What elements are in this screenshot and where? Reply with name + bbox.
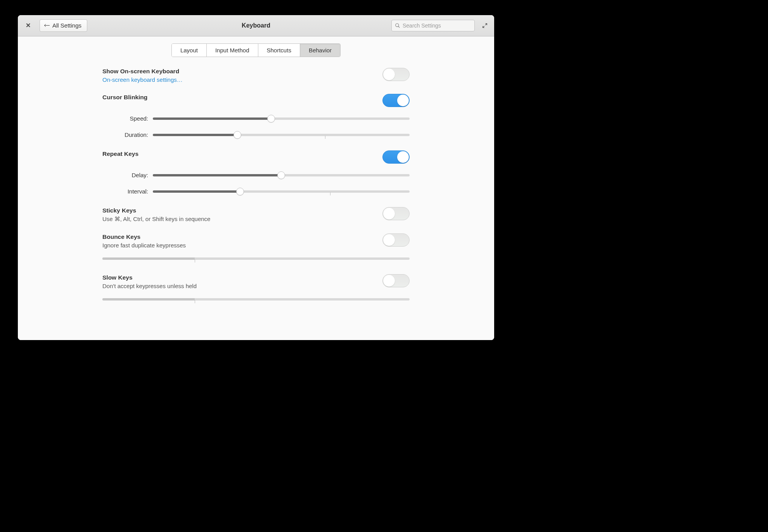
sticky-keys-sub: Use ⌘, Alt, Ctrl, or Shift keys in seque…	[102, 216, 382, 223]
repeat-interval-label: Interval:	[102, 188, 153, 195]
back-arrow-icon: 🡐	[44, 22, 50, 29]
back-button-label: All Settings	[52, 22, 81, 29]
cursor-blinking-toggle[interactable]	[382, 94, 410, 107]
close-icon: ✕	[26, 22, 31, 29]
tab-bar: Layout Input Method Shortcuts Behavior	[18, 43, 494, 57]
repeat-keys-title: Repeat Keys	[102, 150, 382, 157]
svg-line-2	[485, 23, 487, 25]
slow-keys-title: Slow Keys	[102, 274, 382, 281]
tab-input-method[interactable]: Input Method	[207, 44, 258, 57]
section-bounce-keys: Bounce Keys Ignore fast duplicate keypre…	[102, 233, 410, 263]
section-slow-keys: Slow Keys Don't accept keypresses unless…	[102, 274, 410, 304]
onscreen-keyboard-settings-link[interactable]: On-screen keyboard settings…	[102, 76, 382, 83]
tab-behavior[interactable]: Behavior	[300, 44, 340, 57]
search-field-wrapper[interactable]	[391, 20, 475, 31]
slow-keys-sub: Don't accept keypresses unless held	[102, 283, 382, 289]
cursor-duration-slider[interactable]	[153, 130, 410, 140]
page-title: Keyboard	[242, 22, 270, 29]
repeat-delay-label: Delay:	[102, 172, 153, 178]
bounce-keys-slider-row	[102, 254, 410, 263]
sticky-keys-title: Sticky Keys	[102, 207, 382, 214]
tab-shortcuts[interactable]: Shortcuts	[258, 44, 300, 57]
search-input[interactable]	[403, 22, 471, 29]
bounce-keys-sub: Ignore fast duplicate keypresses	[102, 242, 382, 249]
cursor-blinking-title: Cursor Blinking	[102, 94, 382, 101]
slow-keys-slider-row	[102, 295, 410, 304]
tab-group: Layout Input Method Shortcuts Behavior	[171, 43, 341, 57]
svg-line-3	[483, 26, 484, 28]
cursor-speed-label: Speed:	[102, 115, 153, 122]
section-repeat-keys: Repeat Keys Delay: Interval:	[102, 150, 410, 196]
svg-line-1	[398, 26, 400, 28]
content-scroll[interactable]: Layout Input Method Shortcuts Behavior S…	[18, 36, 494, 340]
repeat-interval-slider[interactable]	[153, 187, 410, 196]
maximize-icon	[482, 23, 488, 28]
bounce-keys-toggle[interactable]	[382, 233, 410, 247]
svg-point-0	[396, 23, 399, 26]
titlebar-right	[391, 20, 488, 31]
cursor-speed-slider[interactable]	[153, 114, 410, 123]
search-icon	[395, 23, 400, 28]
tab-layout[interactable]: Layout	[172, 44, 207, 57]
onscreen-keyboard-title: Show On-screen Keyboard	[102, 68, 382, 75]
cursor-speed-row: Speed:	[102, 114, 410, 123]
section-sticky-keys: Sticky Keys Use ⌘, Alt, Ctrl, or Shift k…	[102, 207, 410, 223]
slow-keys-slider[interactable]	[102, 295, 410, 304]
repeat-delay-row: Delay:	[102, 171, 410, 180]
repeat-interval-row: Interval:	[102, 187, 410, 196]
cursor-duration-row: Duration:	[102, 130, 410, 140]
onscreen-keyboard-toggle[interactable]	[382, 68, 410, 81]
bounce-keys-slider[interactable]	[102, 254, 410, 263]
section-cursor-blinking: Cursor Blinking Speed: Duration:	[102, 94, 410, 140]
sticky-keys-toggle[interactable]	[382, 207, 410, 220]
repeat-keys-toggle[interactable]	[382, 150, 410, 164]
bounce-keys-title: Bounce Keys	[102, 233, 382, 240]
settings-window: ✕ 🡐 All Settings Keyboard Layout Input M…	[18, 15, 494, 340]
titlebar: ✕ 🡐 All Settings Keyboard	[18, 15, 494, 36]
back-all-settings-button[interactable]: 🡐 All Settings	[40, 19, 87, 32]
section-onscreen-keyboard: Show On-screen Keyboard On-screen keyboa…	[102, 68, 410, 83]
repeat-delay-slider[interactable]	[153, 171, 410, 180]
settings-area: Show On-screen Keyboard On-screen keyboa…	[101, 68, 411, 330]
cursor-duration-label: Duration:	[102, 131, 153, 138]
slow-keys-toggle[interactable]	[382, 274, 410, 287]
close-button[interactable]: ✕	[24, 22, 32, 29]
maximize-button[interactable]	[482, 22, 488, 29]
